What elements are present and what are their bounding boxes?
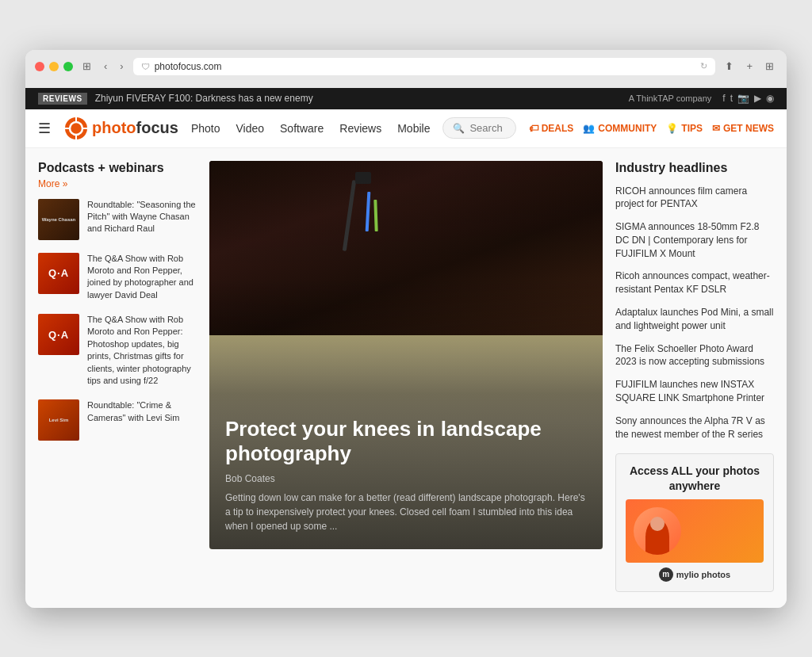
close-button[interactable]: [35, 62, 44, 71]
headline-item[interactable]: FUJIFILM launches new INSTAX SQUARE LINK…: [615, 378, 774, 405]
list-item[interactable]: Levi Sim Roundtable: "Crime & Cameras" w…: [38, 399, 197, 441]
nav-software[interactable]: Software: [280, 122, 324, 135]
nav-links: Photo Video Software Reviews Mobile: [191, 122, 431, 135]
featured-author: Bob Coates: [225, 473, 587, 484]
nav-ctas: 🏷 DEALS 👥 COMMUNITY 💡 TIPS ✉ GET NEWS: [529, 123, 774, 134]
ad-title: Access ALL your photos anywhere: [626, 464, 764, 492]
qa-label-2: Q·A: [48, 267, 69, 279]
ad-logo: m mylio photos: [626, 567, 764, 582]
podcast-thumb-1: Wayne Chasan: [38, 199, 79, 240]
deals-label: DEALS: [542, 123, 574, 134]
search-box[interactable]: 🔍: [442, 117, 515, 139]
twitter-icon[interactable]: t: [730, 93, 733, 104]
logo-icon: [63, 116, 89, 141]
podcast-text-4: Roundtable: "Crime & Cameras" with Levi …: [87, 399, 197, 424]
thumb-image-4: Levi Sim: [38, 399, 79, 441]
headline-item[interactable]: RICOH announces film camera project for …: [615, 185, 774, 212]
news-link[interactable]: ✉ GET NEWS: [712, 123, 774, 134]
ad-logo-text: mylio photos: [676, 570, 730, 579]
sidebar-toggle-icon[interactable]: ⊞: [79, 59, 94, 74]
podcast-thumb-2: Q·A: [38, 253, 79, 294]
announcement-left: REVIEWS Zhiyun FIVERAY F100: Darkness ha…: [38, 93, 313, 105]
search-icon: 🔍: [453, 123, 465, 134]
deals-link[interactable]: 🏷 DEALS: [529, 123, 574, 134]
reviews-badge: REVIEWS: [38, 93, 87, 105]
announcement-right: A ThinkTAP company f t 📷 ▶ ◉: [629, 93, 774, 104]
hamburger-menu[interactable]: ☰: [38, 120, 51, 137]
tab-grid-button[interactable]: ⊞: [762, 59, 777, 74]
thumb-image-1: Wayne Chasan: [38, 199, 79, 240]
search-input[interactable]: [469, 122, 505, 134]
featured-excerpt: Getting down low can make for a better (…: [225, 491, 587, 533]
list-item[interactable]: Q·A The Q&A Show with Rob Moroto and Ron…: [38, 314, 197, 387]
ad-image: [626, 499, 764, 563]
facebook-icon[interactable]: f: [722, 93, 725, 104]
browser-window: ⊞ ‹ › 🛡 photofocus.com ↻ ⬆ + ⊞ REVIEWS Z…: [25, 50, 787, 608]
fullscreen-button[interactable]: [63, 62, 73, 71]
headline-item[interactable]: SIGMA announces 18-50mm F2.8 DC DN | Con…: [615, 220, 774, 260]
qa-label-3: Q·A: [48, 329, 69, 341]
news-icon: ✉: [712, 123, 720, 134]
sidebar-more[interactable]: More »: [38, 178, 197, 189]
community-icon: 👥: [583, 123, 595, 134]
nav-photo[interactable]: Photo: [191, 122, 220, 135]
rss-icon[interactable]: ◉: [766, 93, 774, 104]
nav-video[interactable]: Video: [236, 122, 264, 135]
headline-item[interactable]: Sony announces the Alpha 7R V as the new…: [615, 414, 774, 441]
forward-button[interactable]: ›: [117, 59, 126, 74]
social-icons: f t 📷 ▶ ◉: [722, 93, 774, 104]
podcast-text-2: The Q&A Show with Rob Moroto and Ron Pep…: [87, 253, 197, 302]
announcement-bar: REVIEWS Zhiyun FIVERAY F100: Darkness ha…: [25, 88, 787, 109]
logo-text: photofocus: [92, 119, 178, 137]
lock-icon: 🛡: [141, 62, 150, 71]
left-sidebar: Podcasts + webinars More » Wayne Chasan …: [38, 161, 197, 595]
mylio-m-icon: m: [659, 567, 673, 582]
tips-icon: 💡: [666, 123, 678, 134]
community-label: COMMUNITY: [598, 123, 657, 134]
nav-mobile[interactable]: Mobile: [397, 122, 430, 135]
nav-reviews[interactable]: Reviews: [339, 122, 381, 135]
back-button[interactable]: ‹: [101, 59, 110, 74]
right-sidebar: Industry headlines RICOH announces film …: [615, 161, 774, 595]
sidebar-title: Podcasts + webinars: [38, 161, 197, 175]
address-bar[interactable]: 🛡 photofocus.com ↻: [133, 58, 716, 75]
main-nav: ☰ photofocus Photo Video Software Review…: [25, 109, 787, 148]
news-label: GET NEWS: [723, 123, 774, 134]
headline-item[interactable]: Adaptalux launches Pod Mini, a small and…: [615, 306, 774, 333]
featured-content: Protect your knees in landscape photogra…: [209, 401, 603, 548]
featured-image: Protect your knees in landscape photogra…: [209, 161, 603, 549]
community-link[interactable]: 👥 COMMUNITY: [583, 123, 657, 134]
tips-link[interactable]: 💡 TIPS: [666, 123, 703, 134]
logo[interactable]: photofocus: [63, 116, 178, 141]
share-button[interactable]: ⬆: [722, 59, 737, 74]
list-item[interactable]: Wayne Chasan Roundtable: "Seasoning the …: [38, 199, 197, 240]
add-tab-button[interactable]: +: [743, 59, 756, 74]
podcast-text-3: The Q&A Show with Rob Moroto and Ron Pep…: [87, 314, 197, 387]
headline-item[interactable]: Ricoh announces compact, weather-resista…: [615, 269, 774, 296]
deals-icon: 🏷: [529, 123, 538, 134]
youtube-icon[interactable]: ▶: [754, 93, 761, 104]
traffic-lights: [35, 62, 73, 71]
thumb-image-3: Q·A: [38, 314, 79, 355]
podcast-text-1: Roundtable: "Seasoning the Pitch" with W…: [87, 199, 197, 235]
browser-chrome: ⊞ ‹ › 🛡 photofocus.com ↻ ⬆ + ⊞: [25, 50, 787, 88]
podcast-thumb-4: Levi Sim: [38, 399, 79, 441]
instagram-icon[interactable]: 📷: [737, 93, 749, 104]
featured-card[interactable]: Protect your knees in landscape photogra…: [209, 161, 603, 549]
ad-banner[interactable]: Access ALL your photos anywhere m mylio …: [615, 453, 774, 591]
website-content: REVIEWS Zhiyun FIVERAY F100: Darkness ha…: [25, 88, 787, 608]
main-featured: Protect your knees in landscape photogra…: [209, 161, 603, 595]
headline-item[interactable]: The Felix Schoeller Photo Award 2023 is …: [615, 342, 774, 369]
featured-title: Protect your knees in landscape photogra…: [225, 417, 587, 466]
browser-controls: ⊞ ‹ › 🛡 photofocus.com ↻ ⬆ + ⊞: [35, 58, 777, 75]
announcement-text: Zhiyun FIVERAY F100: Darkness has a new …: [95, 93, 313, 104]
refresh-icon[interactable]: ↻: [700, 61, 707, 71]
tips-label: TIPS: [681, 123, 703, 134]
company-text: A ThinkTAP company: [629, 94, 712, 103]
list-item[interactable]: Q·A The Q&A Show with Rob Moroto and Ron…: [38, 253, 197, 302]
industry-headlines-title: Industry headlines: [615, 161, 774, 175]
thumb-image-2: Q·A: [38, 253, 79, 294]
content-area: Podcasts + webinars More » Wayne Chasan …: [25, 148, 787, 608]
minimize-button[interactable]: [49, 62, 59, 71]
podcast-thumb-3: Q·A: [38, 314, 79, 355]
